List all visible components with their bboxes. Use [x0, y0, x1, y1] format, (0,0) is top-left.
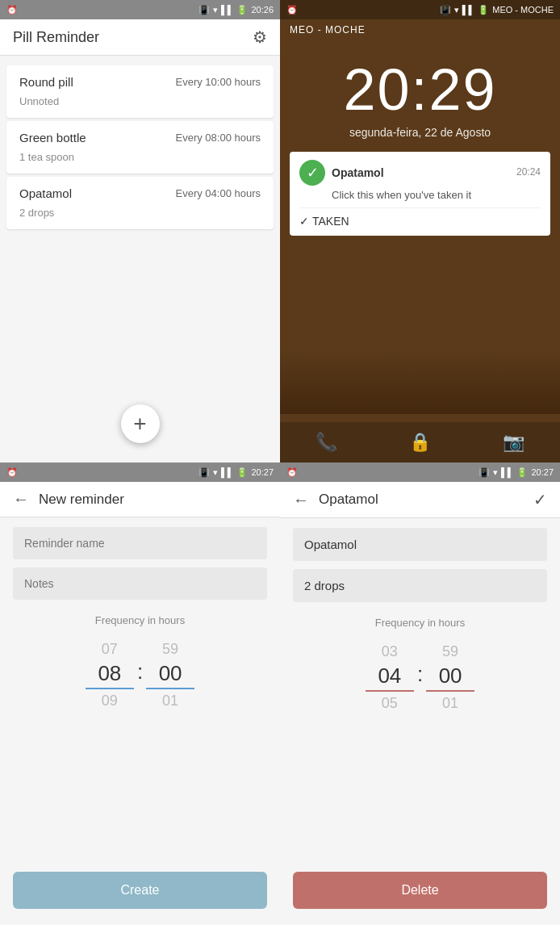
status-right-4: 📳 ▾ ▌▌ 🔋 20:27 [479, 467, 554, 478]
add-reminder-button[interactable]: + [121, 404, 160, 443]
notif-title-row: Opatamol 20:24 [332, 166, 541, 179]
reminder-freq-1: Every 08:00 hours [175, 132, 261, 144]
notif-subtitle: Click this when you've taken it [332, 189, 541, 201]
reminder-freq-2: Every 04:00 hours [175, 187, 261, 199]
back-button-4[interactable]: ← [293, 491, 309, 509]
new-reminder-title: New reminder [39, 492, 124, 508]
reminder-card-1[interactable]: Green bottle Every 08:00 hours 1 tea spo… [6, 121, 274, 174]
opatamol-title: Opatamol [319, 492, 378, 508]
status-time-3: 20:27 [251, 467, 274, 477]
freq-label-4: Frequency in hours [293, 617, 547, 629]
wifi-icon: ▾ [213, 5, 218, 15]
battery-icon: 🔋 [236, 5, 248, 15]
notif-icon: ✓ [299, 160, 325, 186]
hours-column-3[interactable]: 07 08 09 [86, 638, 134, 713]
status-right: 📳 ▾ ▌▌ 🔋 20:26 [199, 5, 274, 15]
signal-icon-4: ▌▌ [501, 467, 514, 477]
reminder-freq-0: Every 10:00 hours [175, 76, 261, 88]
reminder-card-top-2: Opatamol Every 04:00 hours [19, 186, 261, 200]
minutes-above-3: 59 [162, 638, 178, 661]
reminder-card-2[interactable]: Opatamol Every 04:00 hours 2 drops [6, 177, 274, 229]
lock-icon[interactable]: 🔒 [409, 432, 431, 453]
lock-status-right: 📳 ▾ ▌▌ 🔋 MEO - MOCHE [440, 5, 554, 15]
new-reminder-form: Frequency in hours 07 08 09 : 59 00 01 C… [0, 517, 280, 925]
status-bar-4: ⏰ 📳 ▾ ▌▌ 🔋 20:27 [280, 462, 560, 482]
wifi-icon-4: ▾ [493, 467, 498, 478]
reminder-name-input[interactable] [13, 527, 267, 559]
create-button[interactable]: Create [13, 872, 267, 909]
time-separator-4: : [417, 662, 423, 693]
hours-below-4: 05 [382, 692, 398, 715]
reminder-note-2: 2 drops [19, 207, 54, 219]
pill-reminder-panel: ⏰ 📳 ▾ ▌▌ 🔋 20:26 Pill Reminder ⚙ Round p… [0, 0, 280, 462]
status-left-4: ⏰ [286, 467, 298, 478]
save-check-icon[interactable]: ✓ [533, 490, 547, 509]
new-reminder-panel: ⏰ 📳 ▾ ▌▌ 🔋 20:27 ← New reminder Frequenc… [0, 462, 280, 925]
status-left-3: ⏰ [6, 467, 18, 478]
app-header: Pill Reminder ⚙ [0, 19, 280, 56]
reminder-card-top-1: Green bottle Every 08:00 hours [19, 131, 261, 144]
hours-column-4[interactable]: 03 04 05 [366, 640, 414, 715]
lock-carrier: MEO - MOCHE [280, 19, 560, 40]
wifi-icon-3: ▾ [213, 467, 218, 478]
lock-status-bar: ⏰ 📳 ▾ ▌▌ 🔋 MEO - MOCHE [280, 0, 560, 19]
time-separator-3: : [137, 659, 143, 691]
lock-notification[interactable]: ✓ Opatamol 20:24 Click this when you've … [290, 152, 550, 236]
camera-icon[interactable]: 📷 [503, 432, 524, 453]
lock-vibrate-icon: 📳 [440, 5, 451, 15]
lock-alarm-icon: ⏰ [286, 5, 298, 15]
alarm-icon-4: ⏰ [286, 467, 298, 478]
lock-nav: 📞 🔒 📷 [280, 422, 560, 462]
lock-signal-icon: ▌▌ [462, 5, 475, 15]
status-bar-3: ⏰ 📳 ▾ ▌▌ 🔋 20:27 [0, 462, 280, 482]
opatamol-notes-input[interactable] [293, 569, 547, 602]
delete-button[interactable]: Delete [293, 872, 547, 909]
minutes-current-4: 00 [426, 663, 474, 692]
back-button-3[interactable]: ← [13, 490, 29, 509]
notif-action[interactable]: ✓ TAKEN [299, 207, 541, 228]
lock-wifi-icon: ▾ [454, 5, 459, 15]
hours-above-4: 03 [382, 640, 398, 663]
status-bar-1: ⏰ 📳 ▾ ▌▌ 🔋 20:26 [0, 0, 280, 19]
signal-icon: ▌▌ [221, 5, 234, 15]
vibrate-icon-4: 📳 [479, 467, 490, 478]
notif-header: ✓ Opatamol 20:24 [299, 160, 541, 186]
minutes-column-4[interactable]: 59 00 01 [426, 640, 474, 715]
hours-current-3: 08 [86, 661, 134, 689]
minutes-below-4: 01 [442, 692, 458, 715]
hours-above-3: 07 [102, 638, 118, 661]
lock-date: segunda-feira, 22 de Agosto [280, 126, 560, 139]
signal-icon-3: ▌▌ [221, 467, 234, 477]
hours-current-4: 04 [366, 663, 414, 692]
notif-action-label: TAKEN [312, 215, 349, 228]
vibrate-icon-3: 📳 [199, 467, 210, 478]
reminder-name-1: Green bottle [19, 131, 86, 144]
vibrate-icon: 📳 [199, 5, 210, 15]
settings-icon[interactable]: ⚙ [253, 27, 267, 47]
status-right-3: 📳 ▾ ▌▌ 🔋 20:27 [199, 467, 274, 478]
reminder-name-0: Round pill [19, 75, 73, 89]
lock-battery-icon: 🔋 [478, 5, 489, 15]
reminder-card-top-0: Round pill Every 10:00 hours [19, 75, 261, 89]
mountain-bg [280, 349, 560, 414]
battery-icon-4: 🔋 [516, 467, 528, 478]
lock-screen-panel: ⏰ 📳 ▾ ▌▌ 🔋 MEO - MOCHE MEO - MOCHE 20:29… [280, 0, 560, 462]
lock-time-status: MEO - MOCHE [492, 5, 554, 15]
reminder-list: Round pill Every 10:00 hours Unnoted Gre… [0, 56, 280, 462]
lock-time-big: 20:29 [280, 57, 560, 123]
opatamol-detail-panel: ⏰ 📳 ▾ ▌▌ 🔋 20:27 ← Opatamol ✓ Frequency … [280, 462, 560, 925]
opatamol-form: Frequency in hours 03 04 05 : 59 00 01 D… [280, 518, 560, 925]
alarm-icon-3: ⏰ [6, 467, 18, 478]
opatamol-name-input[interactable] [293, 528, 547, 561]
reminder-name-2: Opatamol [19, 186, 72, 200]
alarm-icon: ⏰ [6, 5, 18, 15]
notes-input[interactable] [13, 567, 267, 600]
notif-title: Opatamol [332, 166, 384, 179]
minutes-column-3[interactable]: 59 00 01 [146, 638, 194, 713]
phone-icon[interactable]: 📞 [316, 432, 337, 453]
reminder-card-0[interactable]: Round pill Every 10:00 hours Unnoted [6, 65, 274, 118]
minutes-current-3: 00 [146, 661, 194, 689]
status-time-4: 20:27 [531, 467, 554, 477]
time-picker-4: 03 04 05 : 59 00 01 [293, 640, 547, 715]
lock-status-left: ⏰ [286, 5, 298, 15]
